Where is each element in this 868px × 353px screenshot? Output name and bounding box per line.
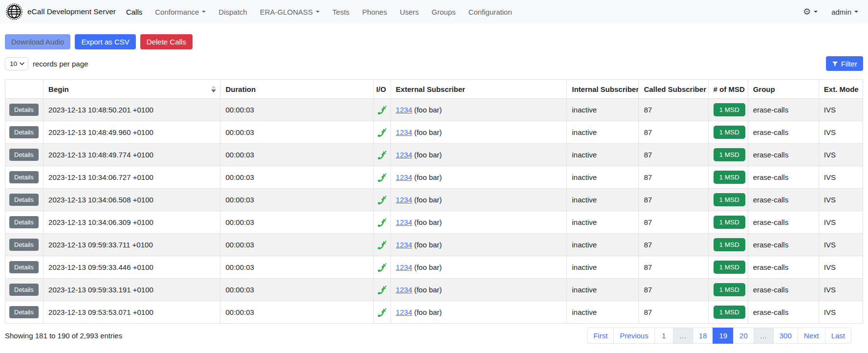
cell-group: erase-calls	[748, 189, 819, 211]
cell-called-subscriber: 87	[639, 189, 708, 211]
nav-item-label: Dispatch	[218, 8, 247, 16]
details-button[interactable]: Details	[9, 216, 39, 228]
cell-group: erase-calls	[748, 256, 819, 279]
header-external-subscriber[interactable]: External Subscriber	[391, 80, 566, 99]
page-button-first[interactable]: First	[587, 328, 614, 344]
cell-io	[373, 301, 391, 324]
external-subscriber-link[interactable]: 1234	[396, 151, 412, 159]
header-called-subscriber[interactable]: Called Subscriber	[639, 80, 708, 99]
cell-msd: 1 MSD	[708, 211, 748, 234]
external-subscriber-name: (foo bar)	[412, 128, 442, 136]
details-button[interactable]: Details	[9, 284, 39, 296]
delete-calls-button[interactable]: Delete Calls	[140, 34, 193, 49]
msd-badge: 1 MSD	[714, 216, 745, 229]
page-button-last[interactable]: Last	[825, 328, 851, 344]
cell-io	[373, 121, 391, 144]
nav-item-groups[interactable]: Groups	[425, 8, 462, 16]
cell-internal-subscriber: inactive	[567, 99, 639, 121]
external-subscriber-name: (foo bar)	[412, 241, 442, 249]
cell-io	[373, 234, 391, 256]
external-subscriber-link[interactable]: 1234	[396, 196, 412, 204]
cell-internal-subscriber: inactive	[567, 144, 639, 166]
external-subscriber-name: (foo bar)	[412, 263, 442, 271]
table-info: Showing 181 to 190 of 2,993 entries	[5, 331, 122, 340]
nav-item-dispatch[interactable]: Dispatch	[212, 8, 253, 16]
details-button[interactable]: Details	[9, 261, 39, 273]
cell-called-subscriber: 87	[639, 211, 708, 234]
page-length-select[interactable]: 10	[5, 57, 28, 70]
header-begin[interactable]: Begin	[43, 80, 220, 99]
page-length-value: 10	[10, 60, 17, 67]
cell-msd: 1 MSD	[708, 166, 748, 189]
page-button-19[interactable]: 19	[713, 328, 734, 344]
details-button[interactable]: Details	[9, 104, 39, 116]
nav-item-phones[interactable]: Phones	[356, 8, 393, 16]
external-subscriber-link[interactable]: 1234	[396, 218, 412, 226]
cell-begin: 2023-12-13 10:34:06.508 +0100	[43, 189, 220, 211]
external-subscriber-link[interactable]: 1234	[396, 241, 412, 249]
external-subscriber-link[interactable]: 1234	[396, 308, 412, 316]
cell-io	[373, 256, 391, 279]
page-button-20[interactable]: 20	[733, 328, 754, 344]
nav-item-calls[interactable]: Calls	[120, 8, 149, 16]
header-internal-subscriber[interactable]: Internal Subscriber	[567, 80, 639, 99]
details-button[interactable]: Details	[9, 171, 39, 183]
cell-io	[373, 99, 391, 121]
table-row: Details 2023-12-13 10:34:06.508 +0100 00…	[5, 189, 863, 211]
cell-duration: 00:00:03	[220, 234, 373, 256]
table-footer: Showing 181 to 190 of 2,993 entries Firs…	[5, 328, 863, 344]
cell-called-subscriber: 87	[639, 301, 708, 324]
details-button[interactable]: Details	[9, 306, 39, 318]
external-subscriber-name: (foo bar)	[412, 218, 442, 226]
page-button-previous[interactable]: Previous	[613, 328, 654, 344]
details-button[interactable]: Details	[9, 194, 39, 206]
page-button-next[interactable]: Next	[798, 328, 825, 344]
nav-item-configuration[interactable]: Configuration	[462, 8, 518, 16]
incoming-call-icon	[378, 151, 387, 159]
nav-item-conformance[interactable]: Conformance	[149, 8, 212, 16]
download-audio-button[interactable]: Download Audio	[5, 34, 70, 49]
nav-item-tests[interactable]: Tests	[326, 8, 356, 16]
filter-button[interactable]: Filter	[826, 56, 863, 71]
page-button-300[interactable]: 300	[773, 328, 798, 344]
app-logo-icon	[6, 3, 22, 20]
cell-begin: 2023-12-13 09:59:33.191 +0100	[43, 279, 220, 301]
settings-menu[interactable]: ⚙	[803, 7, 818, 16]
cell-internal-subscriber: inactive	[567, 121, 639, 144]
page-button-18[interactable]: 18	[693, 328, 714, 344]
nav-item-era-glonass[interactable]: ERA-GLONASS	[254, 8, 326, 16]
header-ext-mode[interactable]: Ext. Mode	[819, 80, 863, 99]
cell-ext-mode: IVS	[819, 144, 863, 166]
cell-called-subscriber: 87	[639, 279, 708, 301]
details-button[interactable]: Details	[9, 149, 39, 161]
cell-internal-subscriber: inactive	[567, 256, 639, 279]
external-subscriber-link[interactable]: 1234	[396, 106, 412, 114]
cell-external-subscriber: 1234 (foo bar)	[391, 211, 566, 234]
header-msd-count[interactable]: # of MSD	[708, 80, 748, 99]
header-group[interactable]: Group	[748, 80, 819, 99]
external-subscriber-link[interactable]: 1234	[396, 128, 412, 136]
details-button[interactable]: Details	[9, 126, 39, 138]
external-subscriber-link[interactable]: 1234	[396, 263, 412, 271]
header-duration[interactable]: Duration	[220, 80, 373, 99]
cell-duration: 00:00:03	[220, 144, 373, 166]
external-subscriber-name: (foo bar)	[412, 151, 442, 159]
msd-badge: 1 MSD	[714, 171, 745, 184]
details-button[interactable]: Details	[9, 239, 39, 251]
cell-begin: 2023-12-13 10:48:49.774 +0100	[43, 144, 220, 166]
cell-called-subscriber: 87	[639, 256, 708, 279]
cell-ext-mode: IVS	[819, 279, 863, 301]
cell-called-subscriber: 87	[639, 234, 708, 256]
nav-item-users[interactable]: Users	[393, 8, 425, 16]
external-subscriber-link[interactable]: 1234	[396, 173, 412, 181]
cell-begin: 2023-12-13 09:53:53.071 +0100	[43, 301, 220, 324]
export-csv-button[interactable]: Export as CSV	[75, 34, 135, 49]
cell-group: erase-calls	[748, 279, 819, 301]
user-menu[interactable]: admin	[831, 8, 858, 16]
external-subscriber-link[interactable]: 1234	[396, 286, 412, 294]
header-io[interactable]: I/O	[373, 80, 391, 99]
page-button-1[interactable]: 1	[654, 328, 673, 344]
cell-msd: 1 MSD	[708, 234, 748, 256]
chevron-down-icon	[202, 11, 206, 13]
cell-begin: 2023-12-13 10:48:50.201 +0100	[43, 99, 220, 121]
